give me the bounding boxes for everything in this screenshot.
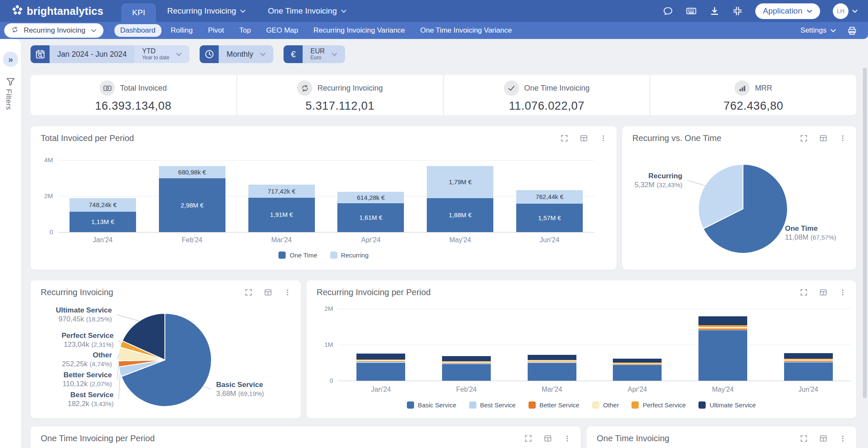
- bar-segment-other[interactable]: [442, 362, 491, 363]
- bar-segment-basic-service[interactable]: [442, 364, 491, 381]
- vertical-scrollbar[interactable]: [863, 68, 867, 398]
- tab-top[interactable]: Top: [233, 24, 256, 37]
- expand-sidebar-button[interactable]: »: [3, 52, 18, 67]
- bar-segment-better-service[interactable]: [784, 361, 833, 361]
- chevron-down-icon: [260, 53, 266, 56]
- bar-segment-better-service[interactable]: [698, 329, 747, 329]
- kpi-tile-one-time-invoicing[interactable]: One Time Invoicing11.076.022,07: [444, 75, 650, 115]
- funnel-icon[interactable]: [6, 76, 16, 88]
- bar-segment-best-service[interactable]: [442, 363, 491, 364]
- fullscreen-icon[interactable]: [800, 288, 808, 296]
- legend-item-better-service[interactable]: Better Service: [529, 401, 579, 409]
- bar-segment-best-service[interactable]: [613, 365, 662, 365]
- bar-segment-other[interactable]: [613, 363, 662, 364]
- currency-dropdown[interactable]: EUR Euro: [303, 45, 345, 63]
- bar-segment-perfect-service[interactable]: [698, 325, 747, 326]
- bar-segment-ultimate-service[interactable]: [784, 353, 833, 359]
- legend-item-one-time[interactable]: One Time: [278, 252, 317, 259]
- bar-segment-ultimate-service[interactable]: [356, 354, 405, 359]
- print-icon[interactable]: [847, 26, 857, 36]
- date-preset-dropdown[interactable]: YTD Year to date: [134, 45, 189, 63]
- bar-segment-perfect-service[interactable]: [356, 360, 405, 360]
- bar-segment-perfect-service[interactable]: [528, 360, 576, 360]
- fullscreen-icon[interactable]: [524, 434, 532, 442]
- legend-item-ultimate-service[interactable]: Ultimate Service: [698, 401, 756, 409]
- bar-segment-basic-service[interactable]: [613, 365, 662, 381]
- x-axis-tick: Jun'24: [783, 386, 834, 393]
- tab-recurring-invoicing-variance[interactable]: Recurring Invoicing Variance: [307, 24, 411, 37]
- legend-item-best-service[interactable]: Best Service: [469, 401, 516, 409]
- legend-item-basic-service[interactable]: Basic Service: [407, 401, 456, 409]
- kebab-menu-icon[interactable]: [599, 134, 607, 142]
- download-icon[interactable]: [709, 6, 720, 16]
- kebab-menu-icon[interactable]: [839, 288, 847, 296]
- kpi-tile-total-invoiced[interactable]: Total Invoiced16.393.134,08: [31, 75, 236, 115]
- keyboard-icon[interactable]: [686, 6, 697, 17]
- tab-geo-map[interactable]: GEO Map: [260, 24, 304, 37]
- legend-item-other[interactable]: Other: [592, 401, 619, 409]
- settings-button[interactable]: Settings: [801, 26, 836, 35]
- table-view-icon[interactable]: [819, 434, 827, 442]
- kpi-tile-mrr[interactable]: MRR762.436,80: [651, 75, 856, 115]
- bar-segment-other[interactable]: [698, 327, 747, 329]
- bar-segment-ultimate-service[interactable]: [442, 356, 491, 361]
- clock-icon[interactable]: [200, 45, 219, 63]
- calendar-search-icon[interactable]: [31, 45, 50, 63]
- granularity-filter[interactable]: Monthly: [200, 45, 273, 63]
- chevron-down-icon: [331, 53, 337, 56]
- nav-kpi[interactable]: KPI: [121, 3, 156, 22]
- bar-segment-ultimate-service[interactable]: [613, 359, 662, 363]
- bar-segment-basic-service[interactable]: [528, 363, 576, 381]
- bar-segment-basic-service[interactable]: [698, 330, 747, 381]
- bar-segment-ultimate-service[interactable]: [528, 355, 576, 360]
- top-bar: brightanalytics KPIRecurring InvoicingOn…: [0, 0, 868, 22]
- card-actions: [800, 288, 847, 296]
- legend-item-perfect-service[interactable]: Perfect Service: [632, 401, 686, 409]
- user-menu[interactable]: LH: [833, 3, 858, 19]
- bar-segment-better-service[interactable]: [613, 364, 662, 365]
- tab-dashboard[interactable]: Dashboard: [114, 24, 161, 37]
- pie-label-better-service: Better Service110,12k (2,07%): [63, 371, 112, 389]
- bar-segment-best-service[interactable]: [698, 330, 747, 330]
- brand-logo[interactable]: brightanalytics: [12, 5, 103, 17]
- bar-segment-perfect-service[interactable]: [442, 361, 491, 362]
- compress-icon[interactable]: [732, 6, 743, 16]
- bar-segment-other[interactable]: [356, 360, 405, 361]
- chat-icon[interactable]: [663, 6, 673, 16]
- table-view-icon[interactable]: [580, 134, 588, 142]
- date-range-value[interactable]: Jan 2024 - Jun 2024: [50, 45, 134, 63]
- bar-segment-better-service[interactable]: [528, 362, 576, 362]
- kpi-tile-recurring-invoicing[interactable]: Recurring Invoicing5.317.112,01: [237, 75, 443, 115]
- bar-segment-other[interactable]: [528, 360, 576, 362]
- bar-segment-best-service[interactable]: [528, 362, 576, 363]
- fullscreen-icon[interactable]: [560, 134, 568, 142]
- bar-segment-perfect-service[interactable]: [784, 359, 833, 360]
- nav-one-time-invoicing[interactable]: One Time Invoicing: [257, 0, 358, 22]
- bar-segment-better-service[interactable]: [356, 361, 405, 362]
- bar-segment-ultimate-service[interactable]: [698, 316, 747, 325]
- tab-pivot[interactable]: Pivot: [202, 24, 230, 37]
- bar-segment-better-service[interactable]: [442, 363, 491, 363]
- bar-segment-basic-service[interactable]: [784, 362, 833, 381]
- table-view-icon[interactable]: [819, 288, 827, 296]
- euro-icon[interactable]: €: [284, 45, 303, 63]
- currency-filter[interactable]: € EUR Euro: [284, 45, 345, 63]
- bar-segment-best-service[interactable]: [356, 362, 405, 362]
- fullscreen-icon[interactable]: [800, 434, 808, 442]
- bar-segment-best-service[interactable]: [784, 362, 833, 362]
- nav-recurring-invoicing[interactable]: Recurring Invoicing: [156, 0, 257, 22]
- application-button[interactable]: Application: [755, 3, 820, 19]
- bar-segment-other[interactable]: [784, 360, 833, 361]
- bar-segment-basic-service[interactable]: [356, 363, 405, 381]
- bar-segment-perfect-service[interactable]: [613, 362, 662, 363]
- card-header: One Time Invoicing: [587, 426, 856, 448]
- tab-rolling[interactable]: Rolling: [165, 24, 199, 37]
- date-range-filter[interactable]: Jan 2024 - Jun 2024 YTD Year to date: [31, 45, 189, 63]
- granularity-dropdown[interactable]: Monthly: [219, 45, 273, 63]
- legend-item-recurring[interactable]: Recurring: [330, 252, 369, 259]
- kebab-menu-icon[interactable]: [563, 434, 571, 442]
- table-view-icon[interactable]: [544, 434, 552, 442]
- kebab-menu-icon[interactable]: [839, 434, 847, 442]
- tab-one-time-invoicing-variance[interactable]: One Time Invoicing Variance: [415, 24, 518, 37]
- report-selector[interactable]: Recurring Invoicing: [4, 23, 103, 38]
